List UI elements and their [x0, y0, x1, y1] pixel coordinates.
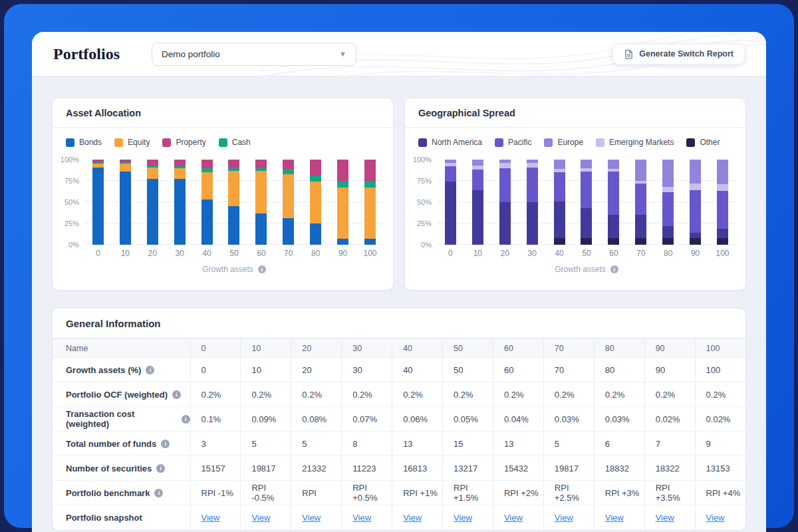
stacked-bar-90[interactable]	[690, 160, 701, 245]
bar-segment-europe	[608, 160, 619, 169]
stacked-bar-60[interactable]	[608, 160, 619, 245]
stacked-bar-90[interactable]	[337, 160, 348, 245]
row-label: Growth assets (%)	[66, 365, 141, 375]
legend-item-bonds[interactable]: Bonds	[66, 138, 102, 147]
row-label-cell: Portfolio snapshot	[53, 505, 190, 530]
stacked-bar-10[interactable]	[120, 160, 131, 245]
stacked-bar-20[interactable]	[499, 160, 511, 245]
info-icon[interactable]: i	[258, 265, 266, 273]
x-tick-label: 80	[654, 249, 682, 258]
table-value-cell: RPI +2.5%	[543, 481, 594, 505]
x-tick-label: 20	[491, 249, 519, 258]
stacked-bar-60[interactable]	[255, 160, 267, 245]
table-value-cell: 19817	[241, 456, 291, 481]
view-snapshot-link[interactable]: View	[555, 513, 573, 523]
stacked-bar-20[interactable]	[147, 160, 158, 245]
chart-legend: BondsEquityPropertyCash	[53, 128, 393, 147]
generate-switch-report-button[interactable]: Generate Switch Report	[612, 44, 745, 65]
info-icon[interactable]: i	[182, 415, 190, 424]
x-tick-label: 0	[437, 249, 464, 258]
stacked-bar-80[interactable]	[662, 160, 674, 245]
stacked-bar-30[interactable]	[174, 160, 186, 245]
view-snapshot-link[interactable]: View	[403, 513, 422, 523]
table-header-cell: 50	[443, 339, 493, 358]
x-axis-title: Growth assets	[202, 265, 253, 274]
bar-segment-north-america	[662, 226, 674, 238]
stacked-bar-0[interactable]	[92, 160, 104, 245]
view-snapshot-link[interactable]: View	[352, 513, 371, 523]
legend-label: Property	[176, 138, 205, 147]
legend-item-pacific[interactable]: Pacific	[495, 138, 531, 147]
bar-segment-pacific	[581, 172, 592, 208]
legend-item-europe[interactable]: Europe	[544, 138, 583, 147]
table-value-cell: 0.03%	[594, 407, 644, 432]
bar-slot-90	[329, 160, 356, 245]
info-icon[interactable]: i	[156, 464, 165, 473]
legend-item-other[interactable]: Other	[686, 138, 720, 147]
bar-slot-10	[464, 160, 491, 245]
stacked-bar-70[interactable]	[283, 160, 294, 245]
bar-slot-80	[654, 160, 682, 245]
legend-item-north-america[interactable]: North America	[418, 138, 482, 147]
info-icon[interactable]: i	[172, 390, 181, 399]
table-header-cell: 30	[342, 339, 392, 358]
stacked-bar-50[interactable]	[228, 160, 239, 245]
view-snapshot-link[interactable]: View	[656, 513, 674, 523]
stacked-bar-0[interactable]	[445, 160, 456, 245]
view-snapshot-link[interactable]: View	[504, 513, 523, 523]
x-tick-label: 40	[194, 249, 221, 258]
bar-segment-property	[337, 160, 348, 181]
x-tick-label: 60	[600, 249, 627, 258]
stacked-bar-10[interactable]	[472, 160, 483, 245]
row-label-cell: Total number of fundsi	[53, 432, 190, 456]
legend-item-cash[interactable]: Cash	[219, 138, 251, 147]
stacked-bar-80[interactable]	[310, 160, 321, 245]
view-snapshot-link[interactable]: View	[302, 513, 321, 523]
table-value-cell: 0.03%	[543, 407, 594, 432]
bar-segment-pacific	[690, 190, 701, 233]
view-snapshot-link[interactable]: View	[454, 513, 472, 523]
table-value-cell: 0.2%	[594, 382, 644, 407]
table-value-cell: 5	[241, 432, 291, 456]
view-snapshot-link[interactable]: View	[605, 513, 624, 523]
stacked-bar-70[interactable]	[635, 160, 646, 245]
legend-item-property[interactable]: Property	[162, 138, 205, 147]
bar-segment-bonds	[283, 218, 294, 245]
table-value-cell: 5	[543, 432, 594, 456]
stacked-bar-40[interactable]	[201, 160, 213, 245]
table-header-cell: Name	[53, 339, 190, 358]
info-icon[interactable]: i	[161, 440, 170, 448]
portfolio-select[interactable]: Demo portfolio ▼	[152, 43, 356, 66]
view-snapshot-link[interactable]: View	[706, 513, 725, 523]
table-value-cell: 0	[190, 358, 241, 382]
table-value-cell: 0.2%	[644, 382, 695, 407]
table-value-cell: View	[443, 505, 493, 530]
portfolio-select-value: Demo portfolio	[162, 49, 220, 59]
x-tick-label: 100	[356, 249, 384, 258]
view-snapshot-link[interactable]: View	[201, 513, 220, 523]
table-value-cell: View	[291, 505, 342, 530]
table-value-cell: RPI +2%	[493, 481, 543, 505]
bar-slot-30	[519, 160, 546, 245]
stacked-bar-30[interactable]	[527, 160, 538, 245]
info-icon[interactable]: i	[146, 366, 154, 374]
table-value-cell: View	[644, 505, 695, 530]
info-icon[interactable]: i	[154, 489, 163, 497]
legend-item-emerging-markets[interactable]: Emerging Markets	[596, 138, 674, 147]
bar-segment-property	[174, 160, 186, 166]
legend-item-equity[interactable]: Equity	[114, 138, 150, 147]
row-label: Number of securities	[66, 464, 152, 473]
info-icon[interactable]: i	[610, 265, 618, 273]
bar-segment-north-america	[635, 215, 646, 238]
table-value-cell: RPI +1%	[392, 481, 443, 505]
bar-segment-other	[662, 238, 674, 245]
stacked-bar-100[interactable]	[364, 160, 376, 245]
view-snapshot-link[interactable]: View	[251, 513, 270, 523]
bar-segment-emerging-markets	[690, 184, 701, 190]
table-value-cell: RPI -0.5%	[241, 481, 291, 505]
x-tick-label: 10	[112, 249, 139, 258]
x-tick-label: 50	[221, 249, 248, 258]
stacked-bar-50[interactable]	[581, 160, 592, 245]
stacked-bar-100[interactable]	[717, 160, 728, 245]
stacked-bar-40[interactable]	[554, 160, 565, 245]
